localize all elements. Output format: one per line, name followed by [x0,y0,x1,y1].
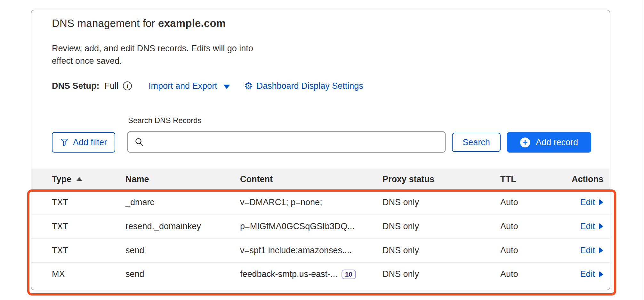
dashboard-display-settings-link[interactable]: ⚙ Dashboard Display Settings [244,81,363,91]
cell-proxy-status: DNS only [382,197,500,207]
record-content-text: v=spf1 include:amazonses.... [240,246,352,255]
page-right-edge-line [642,0,642,300]
add-record-label: Add record [536,138,578,147]
record-content-text: feedback-smtp.us-east-... [240,269,338,279]
column-header-content: Content [240,174,382,184]
column-header-type[interactable]: Type [52,174,125,184]
cell-content: feedback-smtp.us-east-... 10 [240,269,382,279]
type-header-label: Type [52,174,71,184]
record-content-text: v=DMARC1; p=none; [240,197,322,207]
cell-name: send [125,269,240,279]
cell-content: v=spf1 include:amazonses.... [240,246,382,255]
cell-type: TXT [52,197,125,207]
cell-type: TXT [52,246,125,255]
dashboard-display-settings-label: Dashboard Display Settings [257,81,363,91]
cell-ttl: Auto [500,269,565,279]
dns-management-card: DNS management for example.com Review, a… [31,10,610,290]
table-row: TXT resend._domainkey p=MIGfMA0GCSqGSIb3… [31,214,610,238]
edit-record-link[interactable]: Edit [580,197,603,207]
edit-label: Edit [580,246,595,255]
search-input-wrapper [127,131,446,153]
cell-proxy-status: DNS only [382,246,500,255]
cell-actions: Edit [580,246,603,255]
chevron-right-icon [599,199,603,205]
dns-setup-row: DNS Setup: Full i Import and Export ⚙ Da… [52,79,363,92]
edit-label: Edit [580,221,595,231]
edit-label: Edit [580,197,595,207]
gear-icon: ⚙ [244,81,253,91]
cell-actions: Edit [580,269,603,279]
table-row: TXT send v=spf1 include:amazonses.... DN… [31,238,610,262]
chevron-right-icon [599,223,603,229]
edit-record-link[interactable]: Edit [580,269,603,279]
chevron-down-icon [223,85,230,89]
edit-record-link[interactable]: Edit [580,246,603,255]
cell-proxy-status: DNS only [382,221,500,231]
cell-content: v=DMARC1; p=none; [240,197,382,207]
page-title-text: DNS management for [52,17,158,29]
search-icon [134,137,144,147]
cell-ttl: Auto [500,197,565,207]
page-description: Review, add, and edit DNS records. Edits… [52,42,270,67]
cell-actions: Edit [580,221,603,231]
table-header-row: Type Name Content Proxy status TTL Actio… [31,169,610,190]
dns-setup-value: Full [105,81,119,91]
cell-name: _dmarc [125,197,240,207]
chevron-right-icon [599,247,603,254]
edit-record-link[interactable]: Edit [580,221,603,231]
column-header-name: Name [125,174,240,184]
search-button[interactable]: Search [452,133,501,152]
cell-name: resend._domainkey [125,221,240,231]
add-filter-label: Add filter [73,138,107,147]
filter-icon [60,138,68,146]
edit-label: Edit [580,269,595,279]
page-title: DNS management for example.com [52,17,226,29]
toolbar: Add filter Search + Add record [31,131,610,153]
chevron-right-icon [599,271,603,278]
dns-records-table: Type Name Content Proxy status TTL Actio… [31,169,610,286]
cell-ttl: Auto [500,246,565,255]
mx-priority-badge: 10 [342,270,356,279]
cell-actions: Edit [580,197,603,207]
table-row: TXT _dmarc v=DMARC1; p=none; DNS only Au… [31,190,610,214]
search-label: Search DNS Records [128,116,201,125]
cell-type: TXT [52,221,125,231]
domain-name: example.com [158,17,226,29]
column-header-actions: Actions [572,174,603,184]
cell-name: send [125,246,240,255]
cell-ttl: Auto [500,221,565,231]
column-header-ttl: TTL [500,174,565,184]
column-header-proxy-status: Proxy status [382,174,500,184]
sort-ascending-icon [76,177,82,181]
cell-type: MX [52,269,125,279]
add-filter-button[interactable]: Add filter [52,132,115,153]
cell-content: p=MIGfMA0GCSqGSIb3DQ... [240,221,382,231]
add-record-button[interactable]: + Add record [507,132,591,153]
plus-icon: + [520,138,530,147]
info-icon[interactable]: i [123,81,132,90]
import-export-link[interactable]: Import and Export [149,81,230,91]
import-export-label: Import and Export [149,81,217,91]
record-content-text: p=MIGfMA0GCSqGSIb3DQ... [240,221,355,231]
search-input[interactable] [144,132,445,152]
cell-proxy-status: DNS only [382,269,500,279]
dns-setup-label: DNS Setup: [52,81,100,91]
table-row: MX send feedback-smtp.us-east-... 10 DNS… [31,262,610,286]
